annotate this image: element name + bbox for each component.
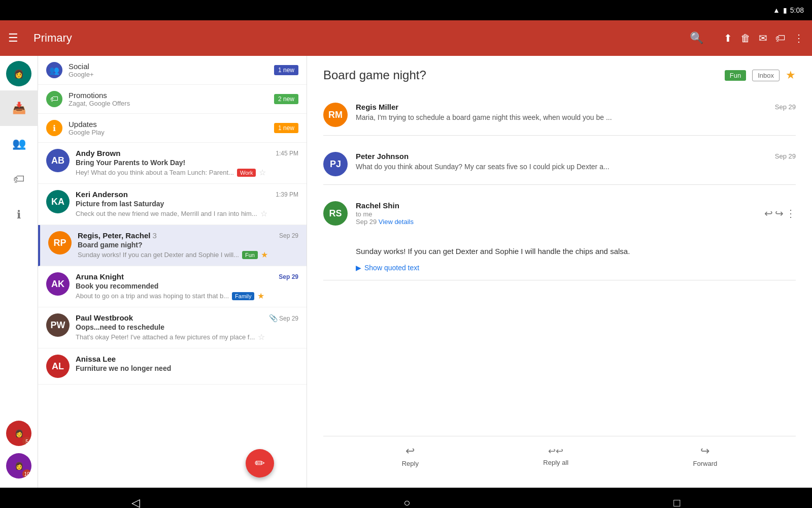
wifi-icon: ▲ <box>773 6 780 14</box>
subject-andy-brown: Bring Your Parents to Work Day! <box>76 158 298 167</box>
recent-button[interactable]: □ <box>673 496 680 508</box>
avatar-anissa-lee: AL <box>46 355 70 378</box>
avatar-peter-johnson: PJ <box>323 152 348 176</box>
view-details-link[interactable]: View details <box>379 218 414 226</box>
email-content-anissa-lee: Anissa Lee Furniture we no longer need <box>76 355 298 373</box>
reply-action-btn[interactable]: ↩ <box>764 207 773 219</box>
email-item-anissa-lee[interactable]: AL Anissa Lee Furniture we no longer nee… <box>38 348 307 385</box>
star-regis[interactable]: ★ <box>261 250 268 260</box>
detail-tag-fun[interactable]: Fun <box>725 70 746 81</box>
sender-name-regis-miller: Regis Miller <box>356 103 398 111</box>
subject-anissa-lee: Furniture we no longer need <box>76 364 298 372</box>
label-button[interactable]: 🏷 <box>775 33 786 44</box>
sender-andy-brown: Andy Brown <box>76 149 120 157</box>
message-top-rachel: RS Rachel Shin to me Sep 29 V <box>323 201 796 228</box>
preview-andy-brown: Hey! What do you think about a Team Lunc… <box>76 168 298 177</box>
forward-label: Forward <box>693 460 718 467</box>
category-social[interactable]: 👥 Social Google+ 1 new <box>38 56 307 85</box>
home-button[interactable]: ○ <box>403 496 410 508</box>
show-quoted-text[interactable]: ▶ Show quoted text <box>356 264 630 272</box>
message-peter-johnson[interactable]: PJ Peter Johnson Sep 29 What do you thin… <box>323 144 796 185</box>
social-name: Social <box>69 62 268 71</box>
message-thread: RM Regis Miller Sep 29 Maria, I'm trying… <box>323 94 796 436</box>
date-peter-johnson: Sep 29 <box>775 152 796 160</box>
attachment-paul: 📎 <box>269 314 278 322</box>
message-regis-miller[interactable]: RM Regis Miller Sep 29 Maria, I'm trying… <box>323 94 796 136</box>
bottom-nav: ◁ ○ □ <box>0 488 812 508</box>
promo-icon: 🏷 <box>46 91 62 107</box>
message-text-rachel: Sunday works! If you can get Dexter and … <box>356 246 630 258</box>
back-button[interactable]: ◁ <box>131 496 140 508</box>
preview-paul-westbrook: That's okay Peter! I've attached a few p… <box>76 332 298 342</box>
forward-action-btn[interactable]: ↪ <box>775 207 784 219</box>
reply-all-label: Reply all <box>543 459 568 466</box>
detail-tag-inbox[interactable]: Inbox <box>752 70 780 81</box>
avatar-andy-brown: AB <box>46 149 70 172</box>
updates-badge: 1 new <box>274 123 298 133</box>
compose-fab[interactable]: ✏ <box>246 449 274 478</box>
email-item-aruna-knight[interactable]: AK Aruna Knight Sep 29 Book you recommen… <box>38 266 307 307</box>
more-action-btn[interactable]: ⋮ <box>786 207 796 219</box>
to-me-label: to me <box>356 210 414 218</box>
hamburger-menu[interactable]: ☰ <box>8 31 18 45</box>
preview-regis: Sunday works! If you can get Dexter and … <box>78 250 298 260</box>
reply-icon: ↩ <box>405 444 415 458</box>
detail-star[interactable]: ★ <box>786 69 796 82</box>
star-andy-brown[interactable]: ☆ <box>259 168 266 177</box>
reply-all-button[interactable]: ↩↩ Reply all <box>543 446 568 466</box>
message-body-rachel-shin: Rachel Shin to me Sep 29 View details <box>356 201 796 228</box>
email-content-andy-brown: Andy Brown 1:45 PM Bring Your Parents to… <box>76 149 298 177</box>
top-actions: ⬆ 🗑 ✉ 🏷 ⋮ <box>724 32 804 44</box>
social-sub: Google+ <box>69 71 268 78</box>
user-avatar[interactable]: 👩 <box>6 61 31 86</box>
mail-button[interactable]: ✉ <box>759 32 767 44</box>
preview-regis-miller: Maria, I'm trying to schedule a board ga… <box>356 113 796 121</box>
reply-button[interactable]: ↩ Reply <box>402 444 419 467</box>
contacts-icon: 👥 <box>12 137 26 150</box>
star-keri-anderson[interactable]: ☆ <box>260 209 267 218</box>
message-full-body-rachel: Sunday works! If you can get Dexter and … <box>356 240 630 272</box>
date-view-details: Sep 29 View details <box>356 218 414 226</box>
avatar-regis-peter-rachel: RP <box>48 231 72 255</box>
avatar-5-badge[interactable]: 👩 5 <box>6 421 31 446</box>
sidebar-icons: 👩 📥 👥 🏷 ℹ 👩 5 👩 10 <box>0 56 38 488</box>
sidebar-item-labels[interactable]: 🏷 <box>0 162 38 197</box>
inbox-icon: 📥 <box>12 102 26 115</box>
star-paul-westbrook[interactable]: ☆ <box>258 332 265 342</box>
promo-info: Promotions Zagat, Google Offers <box>69 91 268 107</box>
star-aruna-knight[interactable]: ★ <box>257 291 264 301</box>
message-rachel-shin: RS Rachel Shin to me Sep 29 V <box>323 193 796 280</box>
search-button[interactable]: 🔍 <box>690 31 703 45</box>
subject-paul-westbrook: Oops...need to reschedule <box>76 323 298 331</box>
sidebar-item-contacts[interactable]: 👥 <box>0 126 38 162</box>
email-item-andy-brown[interactable]: AB Andy Brown 1:45 PM Bring Your Parents… <box>38 143 307 184</box>
email-item-regis-peter-rachel[interactable]: RP Regis, Peter, Rachel 3 Sep 29 Board g… <box>38 225 307 266</box>
email-item-keri-anderson[interactable]: KA Keri Anderson 1:39 PM Picture from la… <box>38 184 307 225</box>
avatar-aruna-knight: AK <box>46 272 70 296</box>
tag-work-andy: Work <box>237 169 256 177</box>
message-body-peter-johnson: Peter Johnson Sep 29 What do you think a… <box>356 152 796 171</box>
sender-regis: Regis, Peter, Rachel 3 <box>78 231 157 240</box>
category-promotions[interactable]: 🏷 Promotions Zagat, Google Offers 2 new <box>38 85 307 114</box>
top-bar: ☰ Primary 🔍 ⬆ 🗑 ✉ 🏷 ⋮ <box>0 20 812 56</box>
category-updates[interactable]: ℹ Updates Google Play 1 new <box>38 114 307 143</box>
more-button[interactable]: ⋮ <box>794 32 804 44</box>
badge-5: 5 <box>22 437 31 446</box>
sidebar-item-inbox[interactable]: 📥 <box>0 90 38 126</box>
info-icon: ℹ <box>17 208 21 221</box>
email-content-paul-westbrook: Paul Westbrook 📎 Sep 29 Oops...need to r… <box>76 313 298 342</box>
time-paul-westbrook: 📎 Sep 29 <box>269 314 298 322</box>
time-andy-brown: 1:45 PM <box>276 150 298 157</box>
delete-button[interactable]: 🗑 <box>740 33 751 44</box>
battery-icon: ▮ <box>783 6 787 14</box>
forward-button[interactable]: ↪ Forward <box>693 444 718 467</box>
sidebar-item-info[interactable]: ℹ <box>0 197 38 233</box>
email-list: 👥 Social Google+ 1 new 🏷 Promotions Zaga… <box>38 56 307 488</box>
archive-button[interactable]: ⬆ <box>724 32 732 44</box>
email-item-paul-westbrook[interactable]: PW Paul Westbrook 📎 Sep 29 Oops...need t… <box>38 307 307 348</box>
updates-name: Updates <box>69 120 268 129</box>
avatar-10-badge[interactable]: 👩 10 <box>6 453 31 479</box>
detail-header: Board game night? Fun Inbox ★ <box>323 68 796 82</box>
avatar-keri-anderson: KA <box>46 190 70 213</box>
show-quoted-arrow: ▶ <box>356 264 361 272</box>
